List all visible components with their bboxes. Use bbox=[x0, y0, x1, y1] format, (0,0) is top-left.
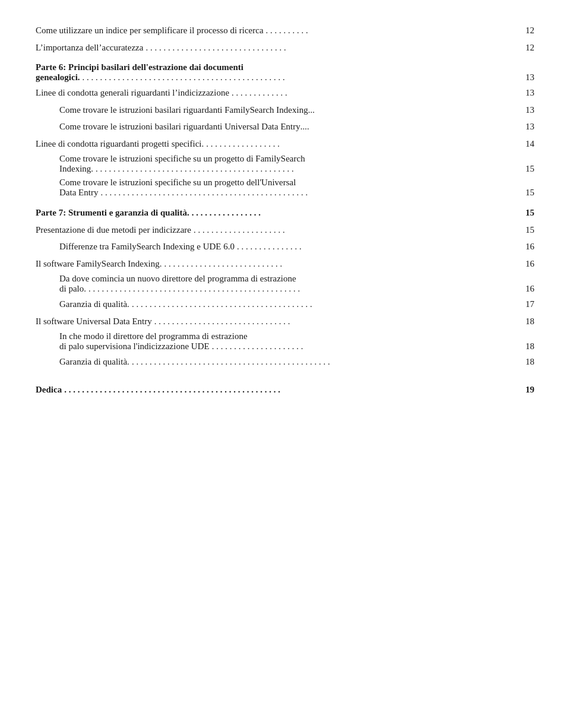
toc-entry-11: Il software FamilySearch Indexing. . . .… bbox=[36, 257, 534, 271]
entry-text: Linee di condotta generali riguardanti l… bbox=[36, 86, 229, 100]
toc-dedica: Dedica . . . . . . . . . . . . . . . . .… bbox=[36, 383, 534, 397]
page-number: 18 bbox=[525, 315, 534, 328]
toc-entry-3: Linee di condotta generali riguardanti l… bbox=[36, 86, 534, 100]
toc-parte7: Parte 7: Strumenti e garanzia di qualità… bbox=[36, 206, 534, 220]
entry-text: Il software Universal Data Entry bbox=[36, 315, 152, 328]
dot-leader: . . . . . . . . . . . . . . . . . . . . … bbox=[164, 257, 523, 271]
dot-leader: . . . . . . . . . . . . . . . . . . . . … bbox=[96, 164, 523, 174]
toc-entry-8: Come trovare le istruzioni specifiche su… bbox=[36, 178, 534, 198]
toc-entry-2: L’importanza dell’accuratezza . . . . . … bbox=[36, 41, 534, 55]
page-number: 15 bbox=[525, 223, 534, 237]
entry-text: Da dove comincia un nuovo direttore del … bbox=[59, 274, 296, 284]
page-number: 18 bbox=[525, 355, 534, 369]
toc-entry-16: Garanzia di qualità. . . . . . . . . . .… bbox=[36, 355, 534, 369]
page-number: 13 bbox=[525, 120, 534, 134]
page-number: 18 bbox=[525, 341, 534, 352]
toc-entry-14: Il software Universal Data Entry . . . .… bbox=[36, 315, 534, 328]
toc-entry-1: Come utilizzare un indice per semplifica… bbox=[36, 24, 534, 37]
toc-entry-7: Come trovare le istruzioni specifiche su… bbox=[36, 154, 534, 174]
toc-parte6: Parte 6: Principi basilari dell'estrazio… bbox=[36, 62, 534, 83]
entry-text: Come trovare le istruzioni specifiche su… bbox=[59, 178, 296, 188]
entry-trailing-dots: .... bbox=[300, 120, 309, 134]
dot-leader: . . . . . . . . . . . . . . . . . . . . … bbox=[83, 72, 523, 83]
dot-leader: . . . . . . . . . . . . . . . . . . . . … bbox=[64, 383, 523, 397]
entry-text: Garanzia di qualità. bbox=[59, 355, 129, 369]
page-number: 13 bbox=[525, 86, 534, 100]
page-number: 15 bbox=[525, 164, 534, 174]
entry-text: Come utilizzare un indice per semplifica… bbox=[36, 24, 264, 37]
entry-text: Differenze tra FamilySearch Indexing e U… bbox=[59, 240, 235, 254]
dot-leader: . . . . . . . . . . . . . . . . . . . . … bbox=[212, 341, 523, 352]
entry-text-cont: genealogici. bbox=[36, 72, 80, 83]
toc-entry-9: Presentazione di due metodi per indicizz… bbox=[36, 223, 534, 237]
entry-text: Parte 7: Strumenti e garanzia di qualità… bbox=[36, 206, 189, 220]
dot-leader: . . . . . . . . . . . . . . . . . . . . … bbox=[88, 284, 523, 294]
entry-text: In che modo il direttore del programma d… bbox=[59, 331, 248, 341]
entry-text: Presentazione di due metodi per indicizz… bbox=[36, 223, 191, 237]
dot-leader: . . . . . . . . . . . . . . . . . . . . … bbox=[132, 297, 523, 311]
toc-entry-6: Linee di condotta riguardanti progetti s… bbox=[36, 137, 534, 151]
toc-entry-4: Come trovare le istruzioni basilari rigu… bbox=[36, 103, 534, 117]
page-number: 15 bbox=[525, 188, 534, 198]
toc-entry-5: Come trovare le istruzioni basilari rigu… bbox=[36, 120, 534, 134]
toc-entry-13: Garanzia di qualità. . . . . . . . . . .… bbox=[36, 297, 534, 311]
page-number: 13 bbox=[525, 103, 534, 117]
entry-text: Come trovare le istruzioni specifiche su… bbox=[59, 154, 305, 164]
entry-text: Garanzia di qualità. bbox=[59, 297, 129, 311]
entry-text-cont: di palo supervisiona l'indicizzazione UD… bbox=[59, 341, 210, 352]
entry-text: Linee di condotta riguardanti progetti s… bbox=[36, 137, 204, 151]
entry-text-cont: Data Entry bbox=[59, 188, 98, 198]
dot-leader: . . . . . . . . . . . . . . . . . . . . … bbox=[154, 315, 523, 328]
entry-trailing-dots: ... bbox=[308, 103, 315, 117]
toc-entry-12: Da dove comincia un nuovo direttore del … bbox=[36, 274, 534, 294]
entry-text-cont: Indexing. bbox=[59, 164, 93, 174]
page-number: 16 bbox=[525, 240, 534, 254]
page-number: 17 bbox=[525, 297, 534, 311]
entry-text: Il software FamilySearch Indexing. bbox=[36, 257, 162, 271]
entry-text-cont: di palo. bbox=[59, 284, 86, 294]
dot-leader: . . . . . . . . . . . . . . . . . . . . … bbox=[194, 223, 523, 237]
dot-leader: . . . . . . . . . . . . . . . . . . . . … bbox=[100, 188, 523, 198]
entry-text: L’importanza dell’accuratezza bbox=[36, 41, 143, 55]
dot-leader: . . . . . . . . . . . . . bbox=[232, 86, 523, 100]
dot-leader: . . . . . . . . . . . . . . . . bbox=[192, 206, 523, 220]
page-number: 19 bbox=[525, 383, 534, 397]
page-number: 12 bbox=[525, 24, 534, 37]
dot-leader: . . . . . . . . . . . . . . . bbox=[237, 240, 523, 254]
entry-text: Parte 6: Principi basilari dell'estrazio… bbox=[36, 62, 243, 72]
entry-text: Dedica bbox=[36, 383, 62, 397]
entry-text: Come trovare le istruzioni basilari rigu… bbox=[59, 120, 300, 134]
dot-leader: . . . . . . . . . . . . . . . . . bbox=[206, 137, 523, 151]
dot-leader: . . . . . . . . . . . . . . . . . . . . … bbox=[132, 355, 523, 369]
toc-container: Come utilizzare un indice per semplifica… bbox=[36, 24, 534, 396]
toc-entry-10: Differenze tra FamilySearch Indexing e U… bbox=[36, 240, 534, 254]
dot-leader: . . . . . . . . . . bbox=[266, 24, 523, 37]
page-number: 16 bbox=[525, 257, 534, 271]
page-number: 13 bbox=[525, 72, 534, 83]
page-number: 15 bbox=[525, 206, 534, 220]
page-number: 16 bbox=[525, 284, 534, 294]
dot-leader: . . . . . . . . . . . . . . . . . . . . … bbox=[145, 41, 523, 55]
entry-text: Come trovare le istruzioni basilari rigu… bbox=[59, 103, 308, 117]
toc-entry-15: In che modo il direttore del programma d… bbox=[36, 331, 534, 352]
page-number: 12 bbox=[525, 41, 534, 55]
page-number: 14 bbox=[525, 137, 534, 151]
